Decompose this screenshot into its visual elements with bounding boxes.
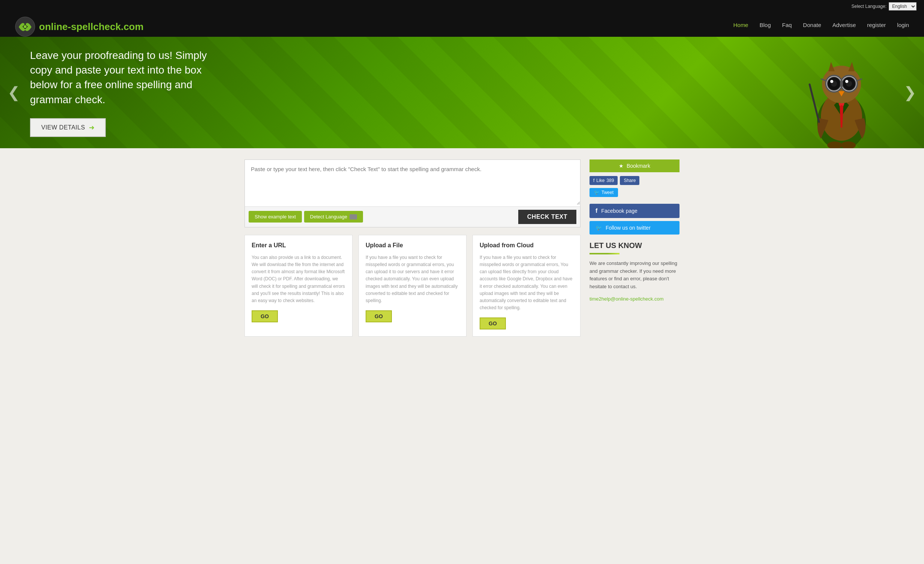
nav-donate[interactable]: Donate — [803, 22, 821, 28]
view-details-label: VIEW DETAILS — [41, 124, 85, 131]
nav-login[interactable]: login — [897, 22, 909, 28]
textarea-section: Show example text Detect Language CHECK … — [244, 159, 580, 227]
tweet-row: 🐦 Tweet — [590, 188, 680, 201]
info-card-cloud-go[interactable]: GO — [480, 317, 506, 329]
info-cards: Enter a URL You can also provide us a li… — [244, 235, 580, 337]
nav-blog[interactable]: Blog — [759, 22, 771, 28]
content-left: Show example text Detect Language CHECK … — [244, 159, 580, 337]
twitter-follow-label: Follow us on twitter — [606, 225, 651, 231]
hero-content: Leave your proofreading to us! Simply co… — [30, 48, 894, 137]
language-selector: Select Language: English Spanish French … — [852, 2, 916, 11]
tweet-button[interactable]: 🐦 Tweet — [590, 188, 618, 197]
info-card-cloud-desc: If you have a file you want to check for… — [480, 254, 573, 312]
fb-icon: f — [593, 178, 594, 183]
info-card-url-go[interactable]: GO — [252, 310, 278, 322]
let-us-know-text: We are constantly improving our spelling… — [590, 260, 680, 291]
twitter-follow-icon: 🐦 — [596, 225, 602, 231]
detect-language-label: Detect Language — [310, 214, 347, 220]
hero-title: Leave your proofreading to us! Simply co… — [30, 48, 218, 107]
check-text-button[interactable]: CHECK TEXT — [518, 210, 576, 224]
hero-next-arrow[interactable]: ❯ — [904, 84, 916, 101]
logo-area: online-spellcheck.com — [15, 17, 144, 37]
main-nav: Home Blog Faq Donate Advertise register … — [733, 22, 909, 32]
info-card-file-title: Upload a File — [366, 242, 459, 249]
tweet-label: Tweet — [602, 190, 614, 195]
fb-like-button[interactable]: f Like 389 — [590, 176, 618, 185]
facebook-page-button[interactable]: f Facebook page — [590, 204, 680, 218]
info-card-file: Upload a File If you have a file you wan… — [358, 235, 466, 337]
hero-prev-arrow[interactable]: ❮ — [8, 84, 20, 101]
flag-icon — [350, 214, 357, 220]
logo-icon — [15, 17, 35, 37]
svg-point-1 — [24, 25, 27, 28]
green-underline — [590, 253, 620, 254]
info-card-url: Enter a URL You can also provide us a li… — [244, 235, 352, 337]
nav-faq[interactable]: Faq — [782, 22, 792, 28]
top-bar: Select Language: English Spanish French … — [0, 0, 924, 13]
fb-page-icon: f — [596, 208, 597, 214]
contact-email-link[interactable]: time2help@online-spellcheck.com — [590, 296, 663, 302]
nav-home[interactable]: Home — [733, 22, 748, 28]
bookmark-button[interactable]: ★ Bookmark — [590, 159, 680, 172]
let-us-know-title: LET US KNOW — [590, 241, 680, 250]
sidebar: ★ Bookmark f Like 389 Share 🐦 Tweet f Fa… — [590, 159, 680, 337]
main-content: Show example text Detect Language CHECK … — [237, 148, 687, 348]
nav-advertise[interactable]: Advertise — [832, 22, 856, 28]
info-card-file-go[interactable]: GO — [366, 310, 392, 322]
fb-share-button[interactable]: Share — [620, 176, 639, 185]
fb-social-row: f Like 389 Share — [590, 176, 680, 185]
language-label: Select Language: — [852, 4, 886, 9]
bookmark-label: Bookmark — [627, 163, 650, 169]
hero-section: ❮ Leave your proofreading to us! Simply … — [0, 37, 924, 148]
info-card-file-desc: If you have a file you want to check for… — [366, 254, 459, 304]
textarea-actions: Show example text Detect Language — [249, 211, 363, 223]
fb-like-count: 389 — [606, 178, 614, 183]
info-card-cloud: Upload from Cloud If you have a file you… — [472, 235, 580, 337]
let-us-know-section: LET US KNOW We are constantly improving … — [590, 241, 680, 302]
header: online-spellcheck.com Home Blog Faq Dona… — [0, 13, 924, 37]
fb-page-label: Facebook page — [601, 208, 638, 214]
logo-text: online-spellcheck.com — [39, 21, 144, 33]
star-icon: ★ — [619, 163, 624, 169]
nav-register[interactable]: register — [867, 22, 886, 28]
fb-like-label: Like — [596, 178, 604, 183]
show-example-button[interactable]: Show example text — [249, 211, 302, 223]
info-card-url-title: Enter a URL — [252, 242, 345, 249]
arrow-right-icon: ➜ — [89, 123, 95, 132]
info-card-url-desc: You can also provide us a link to a docu… — [252, 254, 345, 304]
twitter-follow-button[interactable]: 🐦 Follow us on twitter — [590, 221, 680, 235]
spell-check-textarea[interactable] — [245, 160, 580, 205]
view-details-button[interactable]: VIEW DETAILS ➜ — [30, 118, 106, 137]
info-card-cloud-title: Upload from Cloud — [480, 242, 573, 249]
detect-language-button[interactable]: Detect Language — [304, 211, 363, 223]
twitter-icon: 🐦 — [594, 190, 600, 195]
language-dropdown[interactable]: English Spanish French German — [889, 2, 916, 11]
textarea-toolbar: Show example text Detect Language CHECK … — [245, 206, 580, 227]
